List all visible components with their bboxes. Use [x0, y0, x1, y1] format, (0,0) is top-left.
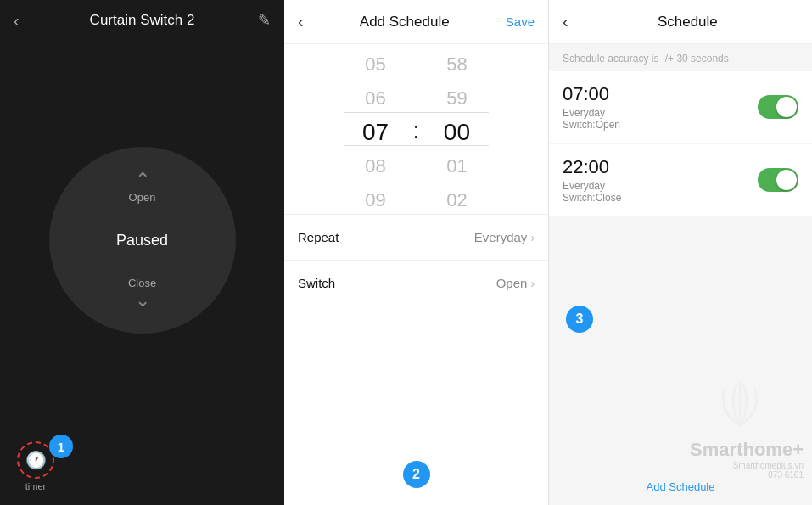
middle-header: ‹ Add Schedule Save — [284, 0, 548, 44]
badge-1: 1 — [49, 435, 73, 458]
repeat-label: Repeat — [298, 230, 339, 244]
schedule-info-2: 22:00 EverydaySwitch:Close — [563, 156, 621, 204]
middle-title: Add Schedule — [360, 14, 450, 31]
timer-label: timer — [25, 481, 46, 491]
schedule-card-1: 07:00 EverydaySwitch:Open — [549, 71, 812, 143]
page-title: Curtain Switch 2 — [90, 12, 195, 29]
repeat-row[interactable]: Repeat Everyday › — [284, 214, 548, 260]
logo-arc-icon — [702, 373, 778, 433]
schedule-panel: ‹ Schedule Schedule accuracy is -/+ 30 s… — [549, 0, 812, 505]
status-label: Paused — [116, 232, 168, 250]
close-section[interactable]: Close ⌄ — [128, 277, 156, 310]
add-schedule-panel: ‹ Add Schedule Save 04 05 06 07 08 09 10… — [284, 0, 549, 505]
accuracy-note: Schedule accuracy is -/+ 30 seconds — [549, 44, 812, 71]
hour-item: 08 — [342, 149, 410, 183]
minute-item: 59 — [423, 81, 490, 115]
back-button[interactable]: ‹ — [14, 11, 20, 31]
chevron-up-icon: ⌃ — [135, 171, 150, 189]
minutes-column[interactable]: 57 58 59 00 01 02 03 — [423, 44, 490, 214]
save-button[interactable]: Save — [506, 14, 535, 29]
close-label: Close — [128, 277, 156, 289]
clock-icon: 🕐 — [25, 450, 47, 470]
badge-3: 3 — [566, 306, 593, 333]
schedule-toggle-2[interactable] — [758, 168, 798, 192]
right-header: ‹ Schedule — [549, 0, 812, 44]
minute-selected: 00 — [423, 115, 490, 149]
right-title: Schedule — [577, 14, 798, 31]
switch-chevron-right-icon: › — [530, 277, 535, 290]
schedule-toggle-1[interactable] — [758, 95, 798, 119]
minute-item: 58 — [423, 48, 490, 81]
chevron-down-icon: ⌄ — [135, 291, 150, 310]
watermark-phone: 073 6161 — [690, 470, 804, 480]
repeat-value-text: Everyday — [474, 230, 528, 244]
schedule-time-1: 07:00 — [563, 83, 620, 105]
switch-label: Switch — [298, 276, 335, 290]
time-colon: : — [410, 117, 423, 144]
open-section[interactable]: ⌃ Open — [129, 171, 156, 204]
watermark-website: Smarthomeplus.vn — [690, 461, 804, 470]
open-label: Open — [129, 191, 156, 204]
hour-item: 09 — [342, 183, 410, 214]
right-back-button[interactable]: ‹ — [563, 12, 568, 31]
schedule-meta-2: EverydaySwitch:Close — [563, 180, 621, 204]
time-picker[interactable]: 04 05 06 07 08 09 10 : 57 58 59 00 01 02… — [284, 44, 548, 214]
hour-item: 05 — [342, 48, 410, 81]
curtain-control-area: ⌃ Open Paused Close ⌄ — [49, 49, 236, 431]
watermark: Smarthome+ Smarthomeplus.vn 073 6161 — [690, 439, 804, 480]
repeat-chevron-right-icon: › — [530, 231, 535, 244]
hour-selected: 07 — [342, 115, 410, 149]
minute-item: 02 — [423, 183, 490, 214]
repeat-value: Everyday › — [474, 230, 535, 244]
add-schedule-link[interactable]: Add Schedule — [647, 480, 715, 493]
schedule-info-1: 07:00 EverydaySwitch:Open — [563, 83, 620, 131]
middle-back-button[interactable]: ‹ — [298, 12, 304, 31]
timer-button[interactable]: 🕐 timer 1 — [17, 441, 54, 491]
edit-button[interactable]: ✎ — [258, 11, 271, 30]
curtain-switch-panel: ‹ Curtain Switch 2 ✎ ⌃ Open Paused Close… — [0, 0, 284, 505]
schedule-meta-1: EverydaySwitch:Open — [563, 107, 620, 131]
schedule-time-2: 22:00 — [563, 156, 621, 178]
badge-2: 2 — [403, 461, 430, 488]
control-circle: ⌃ Open Paused Close ⌄ — [49, 147, 236, 334]
left-header: ‹ Curtain Switch 2 ✎ — [0, 0, 284, 41]
switch-value: Open › — [496, 276, 535, 290]
watermark-logo: Smarthome+ — [690, 439, 804, 461]
hour-item: 06 — [342, 81, 410, 115]
schedule-card-2: 22:00 EverydaySwitch:Close — [549, 144, 812, 216]
minute-item: 01 — [423, 149, 490, 183]
switch-row[interactable]: Switch Open › — [284, 260, 548, 306]
switch-value-text: Open — [496, 276, 528, 290]
bottom-bar: 🕐 timer 1 — [0, 431, 284, 505]
hours-column[interactable]: 04 05 06 07 08 09 10 — [342, 44, 410, 214]
